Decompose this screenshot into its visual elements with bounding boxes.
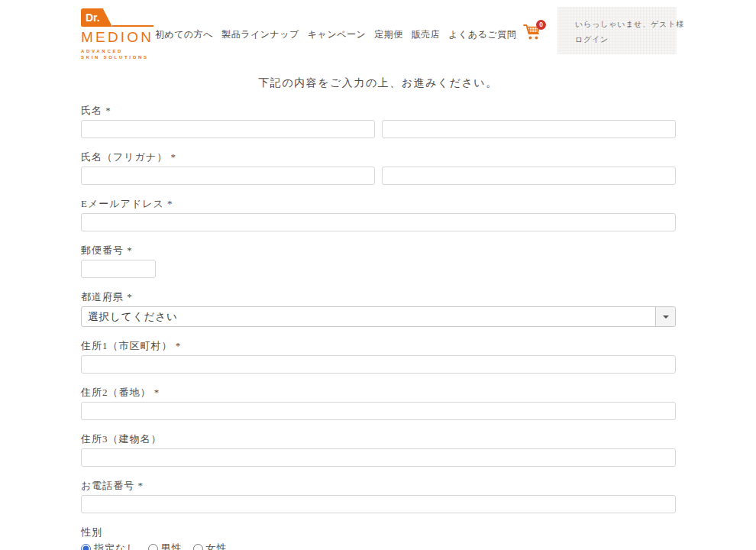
prefecture-select[interactable]: 選択してください xyxy=(81,306,676,327)
cart-button[interactable]: 0 xyxy=(522,21,547,44)
field-furigana: 氏名（フリガナ） * xyxy=(81,152,676,185)
logo-tagline-line2: SKIN SOLUTIONS xyxy=(81,54,157,60)
logo-dr-flag: Dr. xyxy=(81,8,112,27)
gender-option-unspecified[interactable]: 指定なし xyxy=(81,542,137,550)
chevron-down-icon xyxy=(663,315,669,319)
name-input-pair xyxy=(81,120,676,138)
form-instruction: 下記の内容をご入力の上、お進みください。 xyxy=(0,76,756,90)
postal-code-label: 郵便番号 * xyxy=(81,245,676,256)
address2-input[interactable] xyxy=(81,402,676,420)
last-name-kana-input[interactable] xyxy=(81,167,375,185)
nav-item-subscription[interactable]: 定期便 xyxy=(374,28,403,41)
field-prefecture: 都道府県 * 選択してください xyxy=(81,292,676,327)
logo-banner-line xyxy=(112,25,153,27)
field-name: 氏名 * xyxy=(81,105,676,138)
address3-label: 住所3（建物名） xyxy=(81,434,676,445)
nav-item-faq[interactable]: よくあるご質問 xyxy=(448,28,516,41)
name-label: 氏名 * xyxy=(81,105,676,116)
furigana-label: 氏名（フリガナ） * xyxy=(81,152,676,163)
nav-item-stores[interactable]: 販売店 xyxy=(412,28,441,41)
logo-tagline-line1: ADVANCED xyxy=(81,48,157,54)
address3-input[interactable] xyxy=(81,448,676,467)
prefecture-label: 都道府県 * xyxy=(81,292,676,302)
registration-form: 氏名 * 氏名（フリガナ） * Eメールアドレス * 郵便番号 * 都道府県 *… xyxy=(81,105,676,550)
field-address3: 住所3（建物名） xyxy=(81,434,676,467)
site-logo[interactable]: Dr. MEDION ADVANCED SKIN SOLUTIONS xyxy=(81,8,157,60)
gender-option-label: 指定なし xyxy=(94,542,137,550)
main-nav: 初めての方へ 製品ラインナップ キャンペーン 定期便 販売店 よくあるご質問 xyxy=(155,28,516,41)
last-name-input[interactable] xyxy=(81,120,375,138)
phone-input[interactable] xyxy=(81,495,676,513)
gender-option-female[interactable]: 女性 xyxy=(193,542,228,550)
nav-item-campaign[interactable]: キャンペーン xyxy=(308,28,366,41)
field-gender: 性別 指定なし 男性 女性 xyxy=(81,527,676,550)
prefecture-dropdown-button[interactable] xyxy=(655,307,675,326)
address1-label: 住所1（市区町村） * xyxy=(81,341,676,351)
address2-label: 住所2（番地） * xyxy=(81,387,676,398)
postal-code-input[interactable] xyxy=(81,260,156,278)
furigana-input-pair xyxy=(81,167,676,185)
gender-radio-row: 指定なし 男性 女性 xyxy=(81,542,676,550)
gender-radio[interactable] xyxy=(81,544,91,550)
first-name-kana-input[interactable] xyxy=(382,167,676,185)
gender-option-label: 女性 xyxy=(206,542,228,550)
gender-option-male[interactable]: 男性 xyxy=(148,542,183,550)
field-email: Eメールアドレス * xyxy=(81,199,676,231)
greeting-box: いらっしゃいませ、ゲスト様 ログイン xyxy=(557,7,677,54)
email-label: Eメールアドレス * xyxy=(81,199,676,209)
email-input[interactable] xyxy=(81,213,676,231)
greeting-text: いらっしゃいませ、ゲスト様 xyxy=(575,17,669,32)
cart-count-badge: 0 xyxy=(536,20,546,30)
gender-radio[interactable] xyxy=(193,544,203,550)
first-name-input[interactable] xyxy=(382,120,676,138)
address1-input[interactable] xyxy=(81,355,676,374)
logo-name: MEDION xyxy=(81,29,157,46)
registration-page: { "colors": { "brand_orange": "#ea7317",… xyxy=(0,0,756,550)
phone-label: お電話番号 * xyxy=(81,480,676,491)
prefecture-selected-value: 選択してください xyxy=(88,307,178,326)
gender-radio[interactable] xyxy=(148,544,158,550)
field-phone: お電話番号 * xyxy=(81,480,676,513)
field-address1: 住所1（市区町村） * xyxy=(81,341,676,374)
nav-item-product-lineup[interactable]: 製品ラインナップ xyxy=(221,28,299,41)
field-address2: 住所2（番地） * xyxy=(81,387,676,420)
logo-banner-row: Dr. xyxy=(81,8,157,27)
logo-tagline: ADVANCED SKIN SOLUTIONS xyxy=(81,48,157,60)
field-postal-code: 郵便番号 * xyxy=(81,245,676,278)
gender-option-label: 男性 xyxy=(161,542,183,550)
login-link[interactable]: ログイン xyxy=(575,32,669,47)
nav-item-first-time[interactable]: 初めての方へ xyxy=(155,28,213,41)
gender-label: 性別 xyxy=(81,527,676,538)
